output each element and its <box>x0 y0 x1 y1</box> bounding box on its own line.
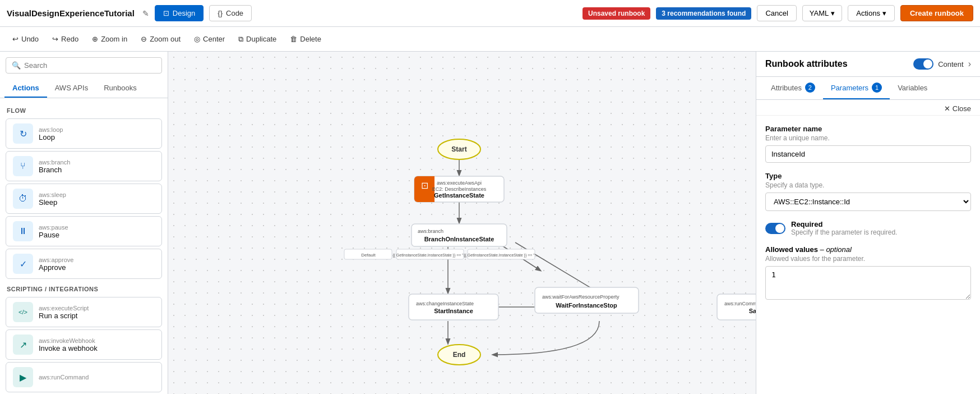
param-form: Parameter name Enter a unique name. Type… <box>756 116 980 319</box>
required-sub: Specify if the parameter is required. <box>791 228 897 236</box>
zoom-in-label: Zoom in <box>101 35 127 43</box>
redo-button[interactable]: ↪ Redo <box>47 32 84 46</box>
duplicate-icon: ⧉ <box>238 35 243 44</box>
actions-label: Actions <box>856 9 880 17</box>
attributes-badge: 2 <box>805 83 815 93</box>
svg-text:GetInstanceState: GetInstanceState <box>434 192 484 199</box>
delete-button[interactable]: 🗑 Delete <box>284 32 327 46</box>
center-label: Center <box>203 35 225 43</box>
param-name-group: Parameter name Enter a unique name. <box>765 125 971 163</box>
branch-icon: ⑂ <box>13 156 33 176</box>
svg-text:{{ GetInstanceState.InstanceSt: {{ GetInstanceState.InstanceState }} == … <box>392 253 468 258</box>
required-label: Required <box>791 220 897 228</box>
svg-text:EC2: DescribeInstances: EC2: DescribeInstances <box>432 186 487 192</box>
allowed-values-label: Allowed values – optional <box>765 245 971 254</box>
topbar-actions-button[interactable]: Actions ▾ <box>848 5 895 21</box>
diagram-svg: Start ⊡ aws:executeAwsApi EC2: DescribeI… <box>168 52 756 394</box>
webhook-icon: ↗ <box>13 335 33 355</box>
svg-text:aws:branch: aws:branch <box>418 228 443 234</box>
svg-text:BranchOnInstanceState: BranchOnInstanceState <box>424 236 494 242</box>
param-form-header: ✕ Close <box>756 100 980 116</box>
panel-header: Runbook attributes Content › <box>756 52 980 77</box>
svg-rect-26 <box>535 287 639 313</box>
recommendations-badge[interactable]: 3 recommendations found <box>656 7 751 20</box>
sidebar-tab-aws-apis[interactable]: AWS APIs <box>47 79 96 98</box>
list-item[interactable]: ↻ aws:loop Loop <box>6 118 162 149</box>
svg-text:WaitForInstanceStop: WaitForInstanceStop <box>556 302 617 309</box>
parameters-badge: 1 <box>872 83 882 93</box>
panel-expand-icon[interactable]: › <box>968 59 971 69</box>
svg-text:StartInstance: StartInstance <box>434 308 473 314</box>
list-item[interactable]: ⑂ aws:branch Branch <box>6 151 162 181</box>
yaml-dropdown-icon[interactable]: ▾ <box>831 9 835 17</box>
allowed-values-sub: Allowed values for the parameter. <box>765 255 971 263</box>
design-tab-btn[interactable]: ⊡ Design <box>155 5 204 21</box>
center-icon: ◎ <box>194 35 200 43</box>
sidebar-tab-actions[interactable]: Actions <box>4 79 47 98</box>
list-item[interactable]: ⏸ aws:pause Pause <box>6 216 162 246</box>
code-label: Code <box>226 9 243 17</box>
duplicate-button[interactable]: ⧉ Duplicate <box>233 32 282 47</box>
canvas[interactable]: Start ⊡ aws:executeAwsApi EC2: DescribeI… <box>168 52 756 394</box>
sleep-icon: ⏱ <box>13 189 33 209</box>
content-label: Content <box>938 60 964 68</box>
list-item[interactable]: ⏱ aws:sleep Sleep <box>6 184 162 214</box>
param-name-sub: Enter a unique name. <box>765 134 971 142</box>
svg-rect-29 <box>409 294 498 320</box>
list-item[interactable]: </> aws:executeScript Run a script <box>6 297 162 327</box>
type-select[interactable]: AWS::EC2::Instance::IdStringIntegerBoole… <box>765 193 971 211</box>
svg-text:aws:waitForAwsResourceProperty: aws:waitForAwsResourceProperty <box>542 294 620 300</box>
create-runbook-button[interactable]: Create runbook <box>900 5 973 21</box>
type-sub: Specify a data type. <box>765 181 971 189</box>
delete-label: Delete <box>300 35 321 43</box>
sidebar: 🔍 Actions AWS APIs Runbooks FLOW ↻ aws:l… <box>0 52 168 394</box>
pause-icon: ⏸ <box>13 221 33 241</box>
center-button[interactable]: ◎ Center <box>188 32 230 46</box>
zoom-out-label: Zoom out <box>150 35 181 43</box>
yaml-button[interactable]: YAML ▾ <box>802 5 842 21</box>
topbar: VisualDesignExperienceTutorial ✎ ⊡ Desig… <box>0 0 980 27</box>
sidebar-content: FLOW ↻ aws:loop Loop ⑂ aws:branch Branch… <box>0 98 168 394</box>
search-input[interactable] <box>24 61 156 70</box>
tab-parameters[interactable]: Parameters 1 <box>823 77 890 99</box>
cancel-button[interactable]: Cancel <box>757 5 796 21</box>
svg-text:aws:executeAwsApi: aws:executeAwsApi <box>437 180 482 186</box>
allowed-values-textarea[interactable]: 1 <box>765 266 971 300</box>
allowed-optional-label: – optional <box>820 245 852 254</box>
close-param-button[interactable]: ✕ Close <box>944 104 971 113</box>
tab-variables[interactable]: Variables <box>890 77 935 99</box>
list-item[interactable]: ↗ aws:invokeWebhook Invoke a webhook <box>6 329 162 360</box>
list-item[interactable]: ▶ aws:runCommand <box>6 362 162 392</box>
undo-label: Undo <box>21 35 39 43</box>
zoom-in-button[interactable]: ⊕ Zoom in <box>86 32 133 46</box>
type-group: Type Specify a data type. AWS::EC2::Inst… <box>765 172 971 211</box>
loop-icon: ↻ <box>13 123 33 144</box>
allowed-values-group: Allowed values – optional Allowed values… <box>765 245 971 301</box>
search-box[interactable]: 🔍 <box>6 57 162 74</box>
approve-icon: ✓ <box>13 254 33 274</box>
required-toggle[interactable] <box>765 223 785 234</box>
actions-dropdown-icon[interactable]: ▾ <box>882 9 886 17</box>
zoom-in-icon: ⊕ <box>92 35 98 43</box>
param-name-label: Parameter name <box>765 125 971 133</box>
zoom-out-button[interactable]: ⊖ Zoom out <box>135 32 186 46</box>
svg-text:aws:runCommand: aws:runCommand <box>724 301 756 306</box>
right-panel: Runbook attributes Content › Attributes … <box>756 52 980 394</box>
svg-text:{{ GetInstanceState.InstanceSt: {{ GetInstanceState.InstanceState }} == … <box>464 253 539 258</box>
type-label: Type <box>765 172 971 180</box>
tab-attributes[interactable]: Attributes 2 <box>763 77 823 99</box>
undo-button[interactable]: ↩ Undo <box>7 32 44 46</box>
yaml-label: YAML <box>810 9 829 17</box>
unsaved-badge: Unsaved runbook <box>583 7 650 20</box>
content-toggle[interactable] <box>913 58 933 70</box>
edit-icon[interactable]: ✎ <box>142 9 149 18</box>
code-icon: {} <box>218 9 223 17</box>
svg-rect-32 <box>717 294 756 320</box>
panel-content: ✕ Close Parameter name Enter a unique na… <box>756 100 980 394</box>
sidebar-tab-runbooks[interactable]: Runbooks <box>96 79 145 98</box>
svg-text:End: End <box>453 351 466 359</box>
list-item[interactable]: ✓ aws:approve Approve <box>6 249 162 279</box>
design-icon: ⊡ <box>163 9 169 17</box>
param-name-input[interactable] <box>765 145 971 163</box>
code-tab-btn[interactable]: {} Code <box>209 5 252 21</box>
